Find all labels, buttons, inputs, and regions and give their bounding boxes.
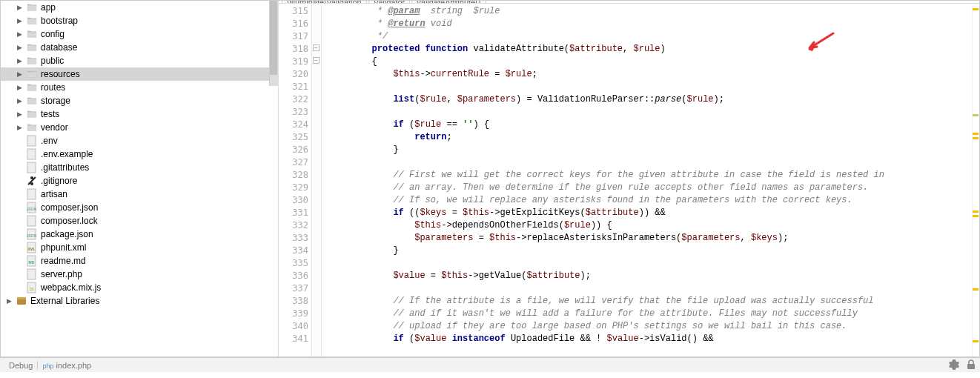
file-node[interactable]: .env (1, 134, 278, 147)
sidebar-scrollbar[interactable] (269, 1, 278, 86)
code-line[interactable] (329, 106, 979, 119)
code-line[interactable]: // If the attribute is a file, we will v… (329, 295, 979, 308)
line-number[interactable]: 317 (279, 30, 308, 43)
fold-marker-icon[interactable]: − (313, 57, 320, 64)
code-line[interactable]: if (($keys = $this->getExplicitKeys($att… (329, 207, 979, 219)
file-node[interactable]: .gitignore (1, 174, 278, 188)
code-line[interactable]: $this->dependsOnOtherFields($rule)) { (329, 219, 979, 232)
line-number[interactable]: 327 (279, 156, 308, 169)
code-line[interactable]: list($rule, $parameters) = ValidationRul… (329, 93, 979, 106)
code-line[interactable]: * @return void (329, 18, 979, 30)
code-line[interactable]: // upload if they are too large based on… (329, 320, 979, 333)
line-number[interactable]: 324 (279, 119, 308, 131)
code-line[interactable]: } (329, 245, 979, 257)
folder-node[interactable]: ▶config (1, 27, 278, 41)
line-number[interactable]: 326 (279, 144, 308, 156)
code-line[interactable]: // First we will get the correct keys fo… (329, 169, 979, 182)
warning-marker[interactable] (973, 210, 979, 213)
file-node[interactable]: XMLphpunit.xml (1, 241, 278, 254)
line-number[interactable]: 319 (279, 56, 308, 68)
file-node[interactable]: JSONcomposer.json (1, 201, 278, 214)
warning-marker[interactable] (973, 137, 979, 139)
project-sidebar[interactable]: ▶app▶bootstrap▶config▶database▶public▶re… (1, 1, 279, 357)
folder-node[interactable]: ▶public (1, 54, 278, 67)
fold-marker-icon[interactable]: − (313, 44, 320, 51)
fold-column[interactable]: − − (311, 4, 322, 357)
file-node[interactable]: JSONpackage.json (1, 228, 278, 241)
status-file[interactable]: php index.php (37, 361, 96, 370)
code-line[interactable]: */ (329, 30, 979, 43)
line-number[interactable]: 332 (279, 219, 308, 232)
line-number[interactable]: 323 (279, 106, 308, 119)
code-line[interactable]: // and if it wasn't we will add a failur… (329, 308, 979, 320)
folder-node[interactable]: ▶app (1, 1, 278, 14)
line-number[interactable]: 321 (279, 81, 308, 93)
warning-marker[interactable] (973, 340, 979, 342)
line-number[interactable]: 316 (279, 18, 308, 30)
line-number[interactable]: 318 (279, 43, 308, 56)
code-line[interactable]: $value = $this->getValue($attribute); (329, 270, 979, 282)
line-number[interactable]: 325 (279, 131, 308, 144)
line-number[interactable]: 315 (279, 5, 308, 18)
code-line[interactable]: } (329, 144, 979, 156)
file-node[interactable]: server.php (1, 268, 278, 281)
file-node[interactable]: JSwebpack.mix.js (1, 281, 278, 294)
folder-node[interactable]: ▶database (1, 41, 278, 54)
line-number[interactable]: 341 (279, 333, 308, 345)
debug-tab[interactable]: Debug (4, 361, 37, 370)
warning-marker[interactable] (973, 215, 979, 217)
file-node[interactable]: artisan (1, 188, 278, 201)
line-number[interactable]: 320 (279, 68, 308, 81)
gear-icon[interactable] (949, 359, 959, 371)
code-line[interactable]: { (329, 56, 979, 68)
folder-node[interactable]: ▶resources (1, 67, 278, 81)
line-gutter[interactable]: 3153163173183193203213223233243253263273… (279, 4, 322, 357)
folder-node[interactable]: ▶storage (1, 94, 278, 107)
code-line[interactable]: // If so, we will replace any asterisks … (329, 194, 979, 207)
code-line[interactable]: $this->currentRule = $rule; (329, 68, 979, 81)
line-number[interactable]: 340 (279, 320, 308, 333)
code-line[interactable]: if ($value instanceof UploadedFile && ! … (329, 333, 979, 345)
file-node[interactable]: MDreadme.md (1, 254, 278, 268)
code-line[interactable]: protected function validateAttribute($at… (329, 43, 979, 56)
code-line[interactable]: return; (329, 131, 979, 144)
marker-strip[interactable] (972, 7, 979, 357)
code-line[interactable]: if ($rule == '') { (329, 119, 979, 131)
lock-icon[interactable] (967, 359, 976, 371)
line-number[interactable]: 338 (279, 295, 308, 308)
external-libraries-node[interactable]: ▶ External Libraries (1, 294, 278, 308)
line-number[interactable]: 329 (279, 182, 308, 194)
line-number[interactable]: 337 (279, 282, 308, 295)
code-editor[interactable]: * @param string $rule * @return void */ … (322, 4, 979, 357)
code-line[interactable]: $parameters = $this->replaceAsterisksInP… (329, 232, 979, 245)
line-number[interactable]: 322 (279, 93, 308, 106)
line-number[interactable]: 331 (279, 207, 308, 219)
line-number[interactable]: 339 (279, 308, 308, 320)
code-line[interactable]: // an array. Then we determine if the gi… (329, 182, 979, 194)
file-node[interactable]: .gitattributes (1, 161, 278, 174)
editor-body[interactable]: 3153163173183193203213223233243253263273… (279, 4, 979, 357)
code-line[interactable] (329, 156, 979, 169)
info-marker[interactable] (973, 114, 979, 116)
warning-marker[interactable] (973, 288, 979, 291)
file-node[interactable]: .env.example (1, 147, 278, 161)
folder-node[interactable]: ▶tests (1, 107, 278, 121)
line-number[interactable]: 333 (279, 232, 308, 245)
line-number[interactable]: 334 (279, 245, 308, 257)
code-line[interactable] (329, 81, 979, 93)
line-number[interactable]: 335 (279, 257, 308, 270)
scrollbar-thumb[interactable] (270, 1, 277, 75)
line-number[interactable]: 328 (279, 169, 308, 182)
warning-marker[interactable] (973, 133, 979, 135)
code-line[interactable] (329, 257, 979, 270)
warning-marker[interactable] (973, 8, 979, 10)
folder-node[interactable]: ▶bootstrap (1, 14, 278, 27)
code-line[interactable] (329, 282, 979, 295)
folder-node[interactable]: ▶routes (1, 81, 278, 94)
svg-rect-20 (967, 364, 975, 369)
line-number[interactable]: 336 (279, 270, 308, 282)
file-node[interactable]: composer.lock (1, 214, 278, 228)
folder-node[interactable]: ▶vendor (1, 121, 278, 134)
code-line[interactable]: * @param string $rule (329, 5, 979, 18)
line-number[interactable]: 330 (279, 194, 308, 207)
